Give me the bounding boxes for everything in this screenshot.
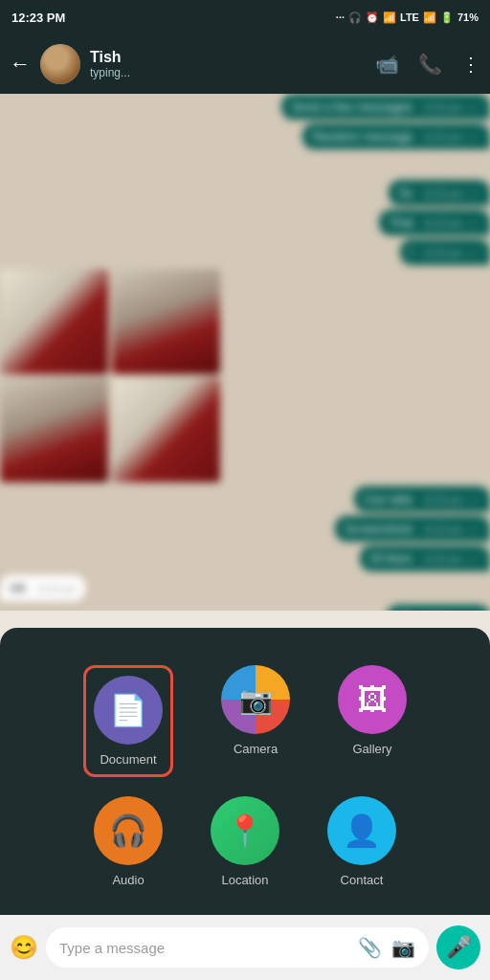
signal-icon: ··· xyxy=(336,11,345,23)
audio-circle: 🎧 xyxy=(94,796,163,865)
audio-icon: 🎧 xyxy=(109,813,147,849)
message-bubble-sent: That 12:22 pm ✓✓ xyxy=(379,210,490,235)
avatar-image xyxy=(40,44,80,84)
camera-input-icon[interactable]: 📷 xyxy=(391,936,415,959)
location-circle: 📍 xyxy=(211,796,279,865)
chat-area: Send a few messages 12:22 pm ✓✓ Random m… xyxy=(0,94,490,611)
attach-item-contact[interactable]: 👤 Contact xyxy=(327,796,396,887)
message-bubble-sent: Screenshots 12:22 pm ✓✓ xyxy=(335,516,490,542)
document-label: Document xyxy=(100,752,156,767)
message-bubble-sent: So 12:22 pm ✓✓ xyxy=(389,180,490,206)
document-circle: 📄 xyxy=(94,676,163,745)
headphone-icon: 🎧 xyxy=(348,11,362,24)
message-bubble-sent: I 12:22 pm ✓✓ xyxy=(400,239,490,265)
gallery-icon: 🖼 xyxy=(357,682,388,718)
contact-label: Contact xyxy=(341,873,384,887)
message-bubble-received: HK 12:22 pm xyxy=(0,575,85,601)
status-time: 12:23 PM xyxy=(11,11,65,25)
attach-item-location[interactable]: 📍 Location xyxy=(211,796,279,887)
attach-item-document[interactable]: 📄 Document xyxy=(83,665,173,777)
attach-item-gallery[interactable]: 🖼 Gallery xyxy=(338,665,407,777)
document-icon: 📄 xyxy=(109,692,147,728)
phone-call-button[interactable]: 📞 xyxy=(418,53,442,76)
contact-icon: 👤 xyxy=(343,813,381,849)
contact-name: Tish xyxy=(90,49,366,66)
message-input-wrapper[interactable]: Type a message 📎 📷 xyxy=(46,927,429,968)
message-bubble-sent: Can take 12:22 pm ✓✓ xyxy=(354,486,490,512)
message-bubble-sent: Send a few messages 12:22 pm ✓✓ xyxy=(281,94,490,120)
camera-icon: 📷 xyxy=(239,684,273,716)
battery-percent: 71% xyxy=(457,11,479,23)
chat-header: ← Tish typing... 📹 📞 ⋮ xyxy=(0,34,490,94)
network-icon: 📶 xyxy=(383,11,396,24)
battery-icon: 🔋 xyxy=(440,11,454,24)
gallery-circle: 🖼 xyxy=(338,665,407,734)
menu-button[interactable]: ⋮ xyxy=(461,53,480,76)
image-cell-3 xyxy=(0,377,108,482)
attachment-panel: 📄 Document 📷 Camera 🖼 Gallery 🎧 Audio xyxy=(0,628,490,915)
input-bar: 😊 Type a message 📎 📷 🎤 xyxy=(0,915,490,980)
location-label: Location xyxy=(221,873,268,887)
mic-button[interactable]: 🎤 xyxy=(436,925,480,969)
attach-icon[interactable]: 📎 xyxy=(358,936,382,959)
camera-label: Camera xyxy=(234,742,278,756)
status-bar: 12:23 PM ··· 🎧 ⏰ 📶 LTE 📶 🔋 71% xyxy=(0,0,490,34)
message-bubble-sent: * * * * xyxy=(411,153,490,176)
message-bubble-sent: Random message 12:22 pm ✓✓ xyxy=(302,123,490,149)
mic-icon: 🎤 xyxy=(446,935,472,960)
lte-icon: LTE xyxy=(400,11,419,23)
image-cell-4 xyxy=(112,377,220,482)
contact-circle: 👤 xyxy=(327,796,396,865)
attach-item-camera[interactable]: 📷 Camera xyxy=(221,665,290,777)
image-grid xyxy=(0,269,220,482)
time-display: 12:23 PM xyxy=(11,11,65,25)
contact-info[interactable]: Tish typing... xyxy=(90,49,366,79)
video-call-button[interactable]: 📹 xyxy=(375,53,399,76)
message-placeholder: Type a message xyxy=(59,940,348,956)
attach-row-1: 📄 Document 📷 Camera 🖼 Gallery xyxy=(19,665,471,777)
image-cell-1 xyxy=(0,269,108,374)
image-cell-2 xyxy=(112,269,220,374)
camera-circle: 📷 xyxy=(221,665,290,734)
avatar[interactable] xyxy=(40,44,80,84)
chat-blur-overlay: Send a few messages 12:22 pm ✓✓ Random m… xyxy=(0,94,490,611)
emoji-button[interactable]: 😊 xyxy=(10,934,38,961)
attach-item-audio[interactable]: 🎧 Audio xyxy=(94,796,163,887)
gallery-label: Gallery xyxy=(352,742,391,756)
alarm-icon: ⏰ xyxy=(366,11,379,24)
header-actions: 📹 📞 ⋮ xyxy=(375,53,480,76)
attach-row-2: 🎧 Audio 📍 Location 👤 Contact xyxy=(19,796,471,887)
message-bubble-sent: HK 12:22 pm ✓✓ xyxy=(387,605,490,611)
message-bubble-sent: Of them 12:22 pm ✓✓ xyxy=(360,546,490,571)
contact-status: typing... xyxy=(90,66,366,79)
status-icons: ··· 🎧 ⏰ 📶 LTE 📶 🔋 71% xyxy=(336,11,479,24)
wifi-icon: 📶 xyxy=(423,11,436,24)
audio-label: Audio xyxy=(112,873,144,887)
back-button[interactable]: ← xyxy=(10,52,31,77)
location-icon: 📍 xyxy=(226,813,264,849)
